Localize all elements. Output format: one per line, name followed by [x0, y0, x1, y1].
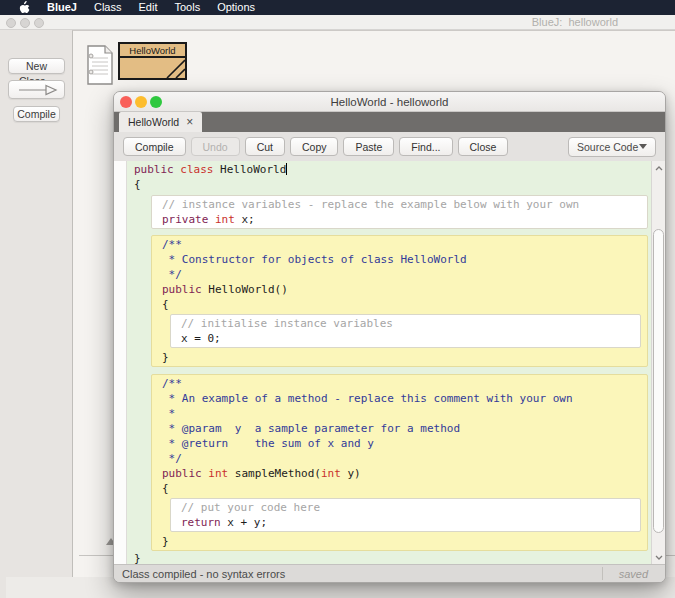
code-line[interactable]: }	[162, 534, 643, 549]
code-token: public	[162, 283, 208, 296]
code-line[interactable]: *	[162, 406, 643, 421]
code-editor-area[interactable]: public class HelloWorld{// instance vari…	[114, 161, 665, 564]
menu-item-bluej[interactable]: BlueJ	[47, 0, 77, 15]
code-content[interactable]: public class HelloWorld{// instance vari…	[128, 161, 651, 564]
menu-item-options[interactable]: Options	[217, 0, 255, 15]
code-token: /**	[162, 377, 182, 390]
inner: // put your code herereturn x + y;	[170, 498, 641, 532]
cut-button[interactable]: Cut	[245, 137, 285, 156]
editor-toolbar: CompileUndoCutCopyPasteFind...Close Sour…	[114, 132, 665, 161]
constructor-box: /** * Constructor for objects of class H…	[151, 235, 648, 367]
code-token: * Constructor for objects of class Hello…	[162, 253, 467, 266]
code-line[interactable]: * An example of a method - replace this …	[162, 391, 643, 406]
code-token: int	[321, 467, 341, 480]
scroll-up-icon[interactable]	[652, 162, 665, 174]
find-button[interactable]: Find...	[399, 137, 452, 156]
code-line[interactable]: /**	[162, 376, 643, 391]
code-token: {	[134, 178, 141, 191]
new-class-button[interactable]: New Class...	[8, 58, 65, 74]
text-cursor	[286, 163, 287, 175]
code-token: HelloWorld	[220, 163, 286, 176]
code-line[interactable]: * @return the sum of x and y	[162, 436, 643, 451]
code-token: x + y;	[227, 516, 267, 529]
compile-button[interactable]: Compile	[123, 137, 186, 156]
status-message: Class compiled - no syntax errors	[114, 568, 285, 580]
apple-icon[interactable]	[18, 1, 30, 15]
code-line[interactable]: // put your code here	[181, 500, 636, 515]
readme-icon[interactable]	[87, 45, 113, 89]
main-window-titlebar[interactable]: BlueJ: helloworld	[0, 15, 675, 30]
breakpoint-gutter[interactable]	[114, 161, 127, 564]
view-selector-value: Source Code	[577, 141, 638, 153]
uncompiled-hatch-icon	[163, 56, 185, 78]
close-window-button[interactable]	[120, 96, 132, 108]
class-helloworld[interactable]: HelloWorld	[118, 42, 187, 80]
code-line[interactable]: /**	[162, 237, 643, 252]
code-token: */	[162, 452, 182, 465]
code-line[interactable]: x = 0;	[181, 331, 636, 346]
close-window-button[interactable]	[6, 18, 16, 28]
code-line[interactable]: public int sampleMethod(int y)	[162, 466, 643, 481]
menu-item-tools[interactable]: Tools	[174, 0, 200, 15]
code-token: sampleMethod(	[235, 467, 321, 480]
code-line[interactable]: // initialise instance variables	[181, 316, 636, 331]
main-toolbar-panel: New Class... Compile	[0, 30, 72, 598]
code-line[interactable]: */	[162, 267, 643, 282]
code-token: public	[134, 163, 180, 176]
code-token: x = 0;	[181, 332, 221, 345]
code-line[interactable]: return x + y;	[181, 515, 636, 530]
code-line[interactable]: * @param y a sample parameter for a meth…	[162, 421, 643, 436]
code-line[interactable]: }	[134, 551, 651, 564]
main-window-title: BlueJ: helloworld	[532, 16, 618, 28]
code-token: // instance variables - replace the exam…	[162, 198, 579, 211]
scroll-down-icon[interactable]	[652, 551, 665, 563]
paste-button[interactable]: Paste	[343, 137, 394, 156]
code-token: {	[162, 482, 169, 495]
code-line[interactable]: {	[162, 297, 643, 312]
zoom-window-button[interactable]	[150, 96, 162, 108]
code-line[interactable]: public class HelloWorld	[134, 162, 651, 177]
code-token: /**	[162, 238, 182, 251]
inherit-arrow-button[interactable]	[8, 80, 65, 99]
menu-item-class[interactable]: Class	[94, 0, 122, 15]
copy-button[interactable]: Copy	[290, 137, 339, 156]
editor-titlebar[interactable]: HelloWorld - helloworld	[114, 92, 665, 112]
code-line[interactable]: private int x;	[162, 212, 643, 227]
code-token: y)	[341, 467, 361, 480]
code-token: {	[162, 298, 169, 311]
status-divider	[602, 567, 603, 580]
menu-bar: BlueJClassEditToolsOptions	[0, 0, 675, 15]
editor-status-bar: Class compiled - no syntax errors saved	[114, 564, 665, 582]
editor-window: HelloWorld - helloworld HelloWorld × Com…	[113, 91, 666, 583]
code-token: public	[162, 467, 208, 480]
tab-helloworld[interactable]: HelloWorld ×	[119, 112, 202, 132]
minimize-window-button[interactable]	[135, 96, 147, 108]
undo-button[interactable]: Undo	[191, 137, 240, 156]
editor-window-controls	[120, 96, 162, 108]
tab-close-icon[interactable]: ×	[186, 117, 193, 127]
code-token: // put your code here	[181, 501, 320, 514]
minimize-window-button[interactable]	[20, 18, 30, 28]
inner: // initialise instance variablesx = 0;	[170, 314, 641, 348]
code-token: * @param y a sample parameter for a meth…	[162, 422, 460, 435]
view-selector-dropdown[interactable]: Source Code	[568, 137, 656, 157]
code-line[interactable]: }	[162, 350, 643, 365]
code-line[interactable]: * Constructor for objects of class Hello…	[162, 252, 643, 267]
method-box: /** * An example of a method - replace t…	[151, 374, 648, 551]
code-line[interactable]: {	[162, 481, 643, 496]
zoom-window-button[interactable]	[34, 18, 44, 28]
code-token: HelloWorld()	[208, 283, 287, 296]
code-line[interactable]: {	[134, 177, 651, 192]
menu-item-edit[interactable]: Edit	[138, 0, 157, 15]
code-token: // initialise instance variables	[181, 317, 393, 330]
editor-window-title: HelloWorld - helloworld	[114, 92, 665, 112]
code-token: }	[162, 351, 169, 364]
code-line[interactable]: */	[162, 451, 643, 466]
close-button[interactable]: Close	[458, 137, 509, 156]
compile-project-button[interactable]: Compile	[13, 106, 60, 122]
vertical-scrollbar[interactable]	[651, 161, 665, 564]
code-line[interactable]: public HelloWorld()	[162, 282, 643, 297]
code-line[interactable]: // instance variables - replace the exam…	[162, 197, 643, 212]
scrollbar-thumb[interactable]	[653, 229, 664, 533]
code-token: */	[162, 268, 182, 281]
